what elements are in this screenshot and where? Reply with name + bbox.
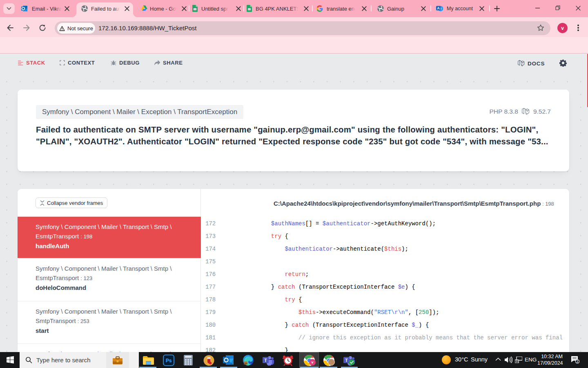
svg-text:T: T xyxy=(345,358,348,363)
svg-text:A: A xyxy=(437,6,440,10)
svg-text:Ps: Ps xyxy=(166,358,172,364)
svg-text:2: 2 xyxy=(577,359,579,364)
svg-text:T: T xyxy=(264,358,267,363)
